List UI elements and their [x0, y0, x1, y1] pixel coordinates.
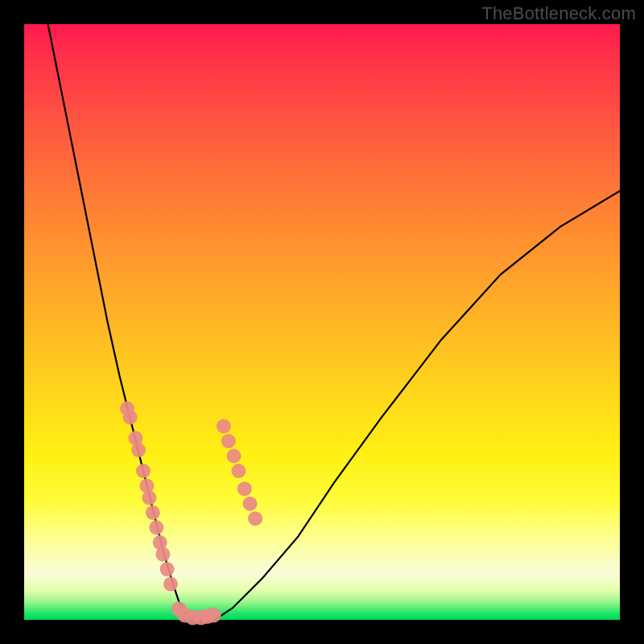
data-dot	[248, 511, 262, 526]
data-dot	[227, 449, 242, 464]
data-dot	[243, 497, 258, 511]
data-dot	[206, 608, 221, 623]
data-dot	[146, 506, 160, 520]
data-dot	[142, 490, 156, 505]
data-dot	[136, 464, 151, 478]
data-dot	[221, 434, 236, 448]
chart-svg	[24, 24, 620, 620]
data-dot	[149, 520, 163, 535]
bottleneck-curve	[48, 24, 620, 620]
data-dot	[231, 464, 246, 478]
data-dot	[163, 577, 178, 592]
data-dot	[131, 443, 146, 457]
chart-frame: TheBottleneck.com	[0, 0, 644, 644]
data-dot	[123, 410, 138, 424]
watermark-text: TheBottleneck.com	[481, 3, 636, 24]
chart-plot-area	[24, 24, 620, 620]
data-dot	[155, 547, 170, 562]
data-dot	[139, 479, 154, 493]
data-dots-group	[120, 401, 262, 625]
data-dot	[217, 419, 231, 434]
data-dot	[237, 481, 252, 496]
data-dot	[160, 562, 175, 576]
